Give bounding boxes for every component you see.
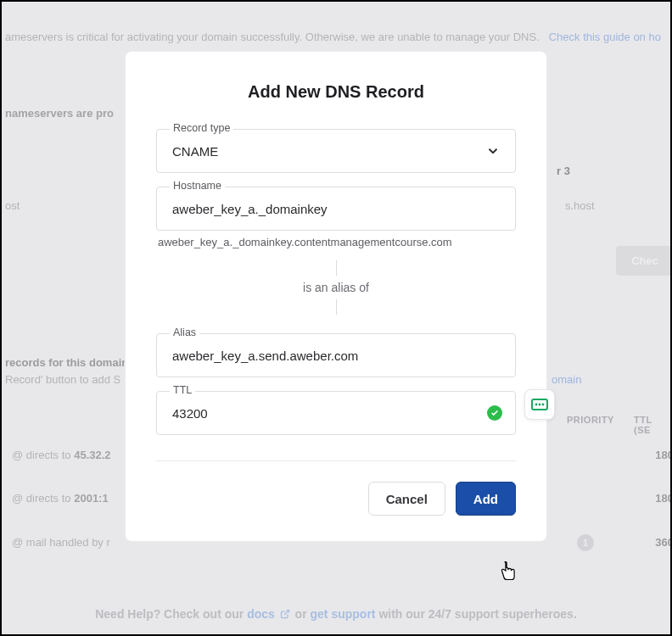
modal-title: Add New DNS Record: [156, 82, 516, 102]
record-type-value: CNAME: [172, 144, 218, 159]
svg-point-4: [542, 404, 545, 406]
add-dns-record-modal: Add New DNS Record Record type CNAME Hos…: [125, 51, 547, 542]
cancel-button[interactable]: Cancel: [368, 482, 445, 516]
modal-overlay: Add New DNS Record Record type CNAME Hos…: [2, 2, 670, 634]
alias-label: Alias: [170, 326, 199, 338]
hostname-label: Hostname: [170, 180, 225, 192]
ttl-input[interactable]: [156, 391, 516, 435]
ttl-field[interactable]: TTL: [156, 391, 516, 435]
record-type-select[interactable]: CNAME: [156, 129, 516, 173]
hostname-input[interactable]: [156, 187, 516, 231]
alias-input[interactable]: [156, 333, 516, 377]
valid-check-icon: [487, 405, 502, 421]
dashlane-icon[interactable]: [524, 389, 555, 420]
full-hostname-text: aweber_key_a._domainkey.contentmanagemen…: [158, 236, 516, 248]
hostname-field[interactable]: Hostname: [156, 187, 516, 231]
password-manager-icon: [531, 398, 548, 411]
alias-field[interactable]: Alias: [156, 333, 516, 377]
alias-of-block: is an alias of: [156, 260, 516, 315]
ttl-label: TTL: [170, 384, 195, 396]
alias-of-text: is an alias of: [156, 281, 516, 294]
svg-point-2: [535, 404, 538, 406]
divider: [156, 460, 516, 461]
add-button[interactable]: Add: [456, 482, 516, 516]
record-type-label: Record type: [170, 122, 233, 134]
record-type-field[interactable]: Record type CNAME: [156, 129, 516, 173]
svg-point-3: [539, 404, 541, 406]
